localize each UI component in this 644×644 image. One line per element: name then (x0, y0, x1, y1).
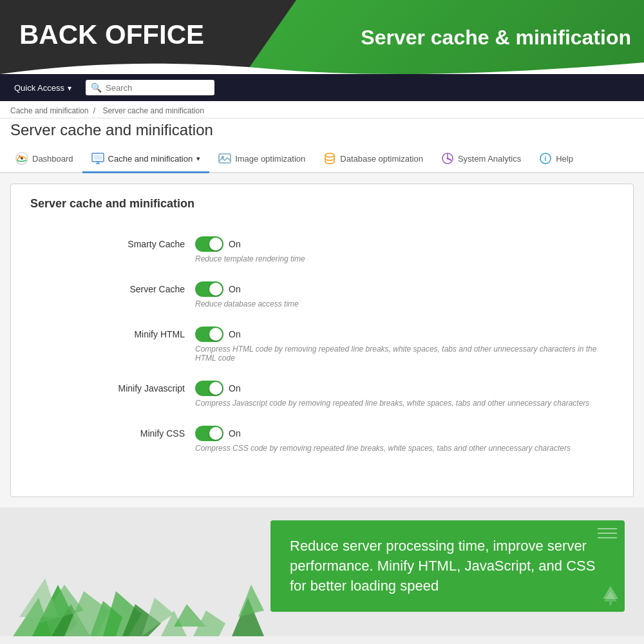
smarty-cache-toggle-container: On (195, 236, 241, 252)
minify-js-state: On (229, 383, 241, 393)
search-input[interactable] (106, 83, 209, 93)
tab-navigation: Dashboard Cache and minification ▾ Image… (0, 146, 644, 173)
tab-dashboard-label: Dashboard (32, 154, 73, 164)
card-title: Server cache and minification (30, 197, 614, 217)
page-title-area: Server cache and minification (0, 118, 644, 146)
minify-css-description: Compress CSS code by removing repeated l… (195, 444, 614, 453)
minify-html-state: On (229, 329, 241, 339)
navbar: Quick Access 🔍 (0, 74, 644, 101)
minify-css-toggle-container: On (195, 426, 241, 441)
breadcrumb-current: Server cache and minification (102, 106, 204, 115)
promo-lines-icon (598, 526, 617, 545)
quick-access-button[interactable]: Quick Access (6, 79, 79, 97)
server-cache-row: Server Cache On Reduce database access t… (30, 281, 614, 308)
breadcrumb-separator: / (93, 106, 95, 115)
server-cache-description: Reduce database access time (195, 299, 614, 308)
server-cache-label: Server Cache (69, 284, 185, 294)
tab-analytics-label: System Analytics (458, 154, 521, 164)
minify-html-label: Minify HTML (69, 329, 185, 339)
minify-css-state: On (229, 428, 241, 439)
search-box: 🔍 (86, 80, 214, 95)
header-title: Server cache & minification (361, 25, 631, 49)
main-content: Server cache and minification Smarty Cac… (0, 173, 644, 507)
svg-point-9 (325, 153, 334, 157)
svg-marker-30 (238, 585, 264, 617)
breadcrumb-parent[interactable]: Cache and minification (10, 106, 88, 115)
svg-rect-7 (219, 154, 231, 163)
breadcrumb: Cache and minification / Server cache an… (0, 101, 644, 118)
svg-rect-3 (94, 155, 102, 160)
minify-css-row: Minify CSS On Compress CSS code by remov… (30, 426, 614, 453)
tab-help-label: Help (556, 154, 573, 164)
smarty-cache-toggle[interactable] (195, 236, 223, 252)
svg-point-13 (446, 158, 448, 160)
tab-database-label: Database optimization (340, 154, 423, 164)
crystals-decoration (0, 507, 270, 636)
quick-access-label: Quick Access (14, 83, 64, 93)
minify-html-row: Minify HTML On Compress HTML code by rem… (30, 327, 614, 363)
tab-image[interactable]: Image optimization (209, 146, 314, 173)
promo-text: Reduce server processing time, improve s… (290, 538, 595, 594)
svg-text:i: i (545, 155, 547, 162)
help-icon: i (539, 152, 552, 165)
minify-css-toggle[interactable] (195, 426, 223, 441)
promo-box: Reduce server processing time, improve s… (270, 520, 625, 612)
header: BACK OFFICE Server cache & minification (0, 0, 644, 74)
tab-image-label: Image optimization (235, 154, 305, 164)
header-wave (0, 56, 644, 74)
minify-js-label: Minify Javascript (69, 383, 185, 393)
analytics-icon (441, 152, 454, 165)
server-cache-state: On (229, 284, 241, 294)
server-cache-toggle-container: On (195, 281, 241, 297)
settings-card: Server cache and minification Smarty Cac… (10, 184, 634, 497)
minify-html-toggle-container: On (195, 327, 241, 342)
minify-js-description: Compress Javascript code by removing rep… (195, 399, 614, 408)
tab-analytics[interactable]: System Analytics (432, 146, 530, 173)
svg-point-1 (21, 157, 23, 160)
page-title: Server cache and minification (10, 121, 634, 139)
monitor-icon (91, 152, 104, 165)
smarty-cache-label: Smarty Cache (69, 239, 185, 249)
tab-cache-label: Cache and minification (108, 154, 193, 164)
minify-html-description: Compress HTML code by removing repeated … (195, 345, 614, 363)
dashboard-icon (15, 152, 28, 165)
svg-rect-36 (609, 601, 612, 605)
server-cache-toggle[interactable] (195, 281, 223, 297)
minify-js-row: Minify Javascript On Compress Javascript… (30, 381, 614, 408)
tab-dashboard[interactable]: Dashboard (6, 146, 82, 173)
minify-js-toggle-container: On (195, 381, 241, 396)
tab-cache-chevron-icon: ▾ (196, 155, 200, 163)
minify-css-label: Minify CSS (69, 428, 185, 439)
smarty-cache-state: On (229, 239, 241, 249)
promo-tree-icon (603, 586, 618, 605)
database-icon (323, 152, 336, 165)
tab-database[interactable]: Database optimization (314, 146, 432, 173)
minify-html-toggle[interactable] (195, 327, 223, 342)
smarty-cache-row: Smarty Cache On Reduce template renderin… (30, 236, 614, 263)
quick-access-chevron-icon (68, 83, 71, 93)
search-icon: 🔍 (91, 82, 102, 93)
tab-cache[interactable]: Cache and minification ▾ (82, 146, 210, 173)
smarty-cache-description: Reduce template rendering time (195, 254, 614, 263)
minify-js-toggle[interactable] (195, 381, 223, 396)
image-icon (218, 152, 231, 165)
tab-help[interactable]: i Help (530, 146, 582, 173)
bottom-promo-section: Reduce server processing time, improve s… (0, 507, 644, 636)
